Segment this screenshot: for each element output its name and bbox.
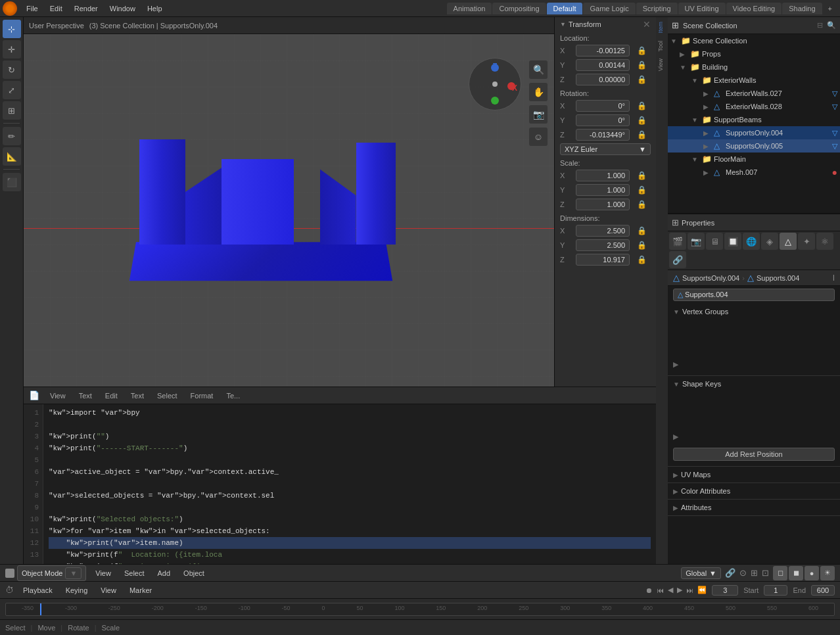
viewport-object-menu[interactable]: Object — [179, 569, 208, 578]
prop-tab-output[interactable]: 🖥 — [706, 233, 723, 250]
transform-panel-header[interactable]: ▼ Transform ✕ — [555, 17, 656, 32]
viewport-add-menu[interactable]: Add — [154, 569, 175, 578]
script-menu-edit[interactable]: Edit — [103, 390, 120, 401]
loc-z-value[interactable]: 0.00000 — [576, 74, 630, 85]
ws-shading[interactable]: Shading — [782, 3, 822, 14]
mode-selector[interactable]: Object Mode ▼ — [17, 565, 86, 581]
skip-start-icon[interactable]: ⏮ — [657, 586, 664, 594]
outliner-search[interactable]: 🔍 — [827, 21, 836, 30]
prop-tab-render[interactable]: 📷 — [688, 233, 705, 250]
vg-expand-btn[interactable]: ▶ — [673, 358, 835, 371]
script-content[interactable]: 1234567891011121314151617 "kw">import "v… — [24, 404, 656, 564]
3d-viewport[interactable]: User Perspective (3) Scene Collection | … — [24, 17, 554, 387]
shape-keys-header[interactable]: ▼ Shape Keys — [668, 379, 840, 389]
ol-ew028[interactable]: ▶ △ ExteriorWalls.028 ▽ — [668, 100, 840, 113]
menu-window[interactable]: Window — [105, 3, 141, 14]
vp-face-icon[interactable]: ☺ — [529, 128, 548, 146]
rot-z-value[interactable]: -0.013449° — [576, 129, 630, 141]
script-menu-text2[interactable]: Text — [128, 390, 147, 401]
timeline-track[interactable]: -350-300-250-200-150-100-500501001502002… — [5, 603, 835, 616]
tool-measure[interactable]: 📐 — [3, 147, 21, 166]
vtab-item[interactable]: Item — [656, 18, 668, 37]
loc-x-lock[interactable]: 🔒 — [632, 45, 651, 57]
rotation-mode-dropdown[interactable]: XYZ Euler ▼ — [560, 143, 651, 155]
viewport-gizmo[interactable]: Z X Y — [469, 58, 521, 110]
playback-menu[interactable]: Playback — [19, 586, 57, 595]
marker-menu[interactable]: Marker — [126, 586, 156, 595]
loc-y-value[interactable]: 0.00144 — [576, 59, 630, 71]
step-back-icon[interactable]: ◀ — [668, 586, 673, 594]
overlay-icon[interactable]: ⊞ — [751, 568, 758, 578]
tool-add[interactable]: ⬛ — [3, 173, 21, 191]
end-frame-input[interactable]: 600 — [811, 585, 835, 596]
play-icon[interactable]: ⏺ — [645, 586, 653, 594]
vtab-tool[interactable]: Tool — [656, 37, 668, 55]
viewport-view-menu[interactable]: View — [91, 569, 115, 578]
dim-y-lock[interactable]: 🔒 — [632, 239, 651, 251]
ws-animation[interactable]: Animation — [447, 3, 492, 14]
uv-maps-header[interactable]: ▶ UV Maps — [668, 469, 840, 480]
rot-z-lock[interactable]: 🔒 — [632, 129, 651, 141]
dim-z-value[interactable]: 10.917 — [576, 254, 630, 266]
xray-icon[interactable]: ⊡ — [762, 568, 769, 578]
dim-y-value[interactable]: 2.500 — [576, 239, 630, 251]
menu-edit[interactable]: Edit — [45, 3, 68, 14]
script-menu-select[interactable]: Select — [154, 390, 180, 401]
scale-z-lock[interactable]: 🔒 — [632, 199, 651, 210]
global-selector[interactable]: Global ▼ — [681, 567, 721, 579]
start-frame-input[interactable]: 1 — [764, 585, 787, 596]
prop-tab-constraints[interactable]: 🔗 — [669, 251, 686, 268]
ws-scripting[interactable]: Scripting — [636, 3, 678, 14]
view-menu-tl[interactable]: View — [97, 586, 120, 595]
ws-game-logic[interactable]: Game Logic — [583, 3, 635, 14]
tool-annotate[interactable]: ✏ — [3, 127, 21, 145]
dim-x-value[interactable]: 2.500 — [576, 225, 630, 237]
scale-x-value[interactable]: 1.000 — [576, 170, 630, 181]
prop-tab-physics[interactable]: ⚛ — [816, 233, 833, 250]
step-forward-icon[interactable]: ▶ — [677, 586, 682, 594]
outliner-content[interactable]: ▼ 📁 Scene Collection ▶ 📁 Props ▼ 📁 — [668, 34, 840, 213]
transform-close[interactable]: ✕ — [643, 19, 651, 30]
vtab-view[interactable]: View — [656, 55, 668, 74]
ol-ew027[interactable]: ▶ △ ExteriorWalls.027 ▽ — [668, 87, 840, 100]
rot-y-value[interactable]: 0° — [576, 114, 630, 126]
script-menu-format[interactable]: Format — [188, 390, 216, 401]
tool-move[interactable]: ✛ — [3, 40, 21, 59]
attributes-header[interactable]: ▶ Attributes — [668, 502, 840, 513]
scale-x-lock[interactable]: 🔒 — [632, 170, 651, 181]
viewport-select-menu[interactable]: Select — [120, 569, 149, 578]
prop-tab-world[interactable]: 🌐 — [743, 233, 760, 250]
snap-icon[interactable]: 🔗 — [725, 568, 735, 578]
shade-render[interactable]: ☀ — [820, 566, 835, 580]
dim-x-lock[interactable]: 🔒 — [632, 225, 651, 237]
ws-default[interactable]: Default — [547, 3, 583, 14]
scale-z-value[interactable]: 1.000 — [576, 199, 630, 210]
ol-floor-main[interactable]: ▼ 📁 FloorMain — [668, 153, 840, 166]
shade-material[interactable]: ● — [805, 566, 819, 580]
outliner-filter[interactable]: ⊟ — [817, 21, 823, 30]
script-menu-text[interactable]: Text — [76, 390, 95, 401]
color-attributes-header[interactable]: ▶ Color Attributes — [668, 486, 840, 496]
prop-tab-particles[interactable]: ✦ — [798, 233, 815, 250]
proportional-icon[interactable]: ⊙ — [739, 568, 747, 578]
viewport-canvas[interactable]: Z X Y 🔍 ✋ 📷 ☺ — [24, 34, 554, 387]
tool-transform[interactable]: ⊞ — [3, 101, 21, 120]
shade-wire[interactable]: ◻ — [773, 566, 787, 580]
scale-y-value[interactable]: 1.000 — [576, 184, 630, 196]
menu-render[interactable]: Render — [69, 3, 103, 14]
ws-compositing[interactable]: Compositing — [492, 3, 546, 14]
ol-mesh007[interactable]: ▶ △ Mesh.007 ● — [668, 166, 840, 179]
script-menu-view[interactable]: View — [47, 390, 68, 401]
prop-tab-mesh[interactable]: △ — [780, 233, 797, 250]
vp-zoom-icon[interactable]: 🔍 — [529, 60, 548, 79]
current-frame-input[interactable]: 3 — [712, 585, 738, 596]
vp-hand-icon[interactable]: ✋ — [529, 83, 548, 101]
scale-y-lock[interactable]: 🔒 — [632, 184, 651, 196]
add-rest-position-button[interactable]: Add Rest Position — [673, 448, 835, 461]
loc-x-value[interactable]: -0.00125 — [576, 45, 630, 57]
props-obj-name[interactable]: △ Supports.004 — [673, 289, 835, 301]
ws-uv-editing[interactable]: UV Editing — [678, 3, 726, 14]
menu-help[interactable]: Help — [142, 3, 168, 14]
ol-building[interactable]: ▼ 📁 Building — [668, 60, 840, 74]
timeline-scrub-area[interactable]: -350-300-250-200-150-100-500501001502002… — [0, 598, 840, 619]
